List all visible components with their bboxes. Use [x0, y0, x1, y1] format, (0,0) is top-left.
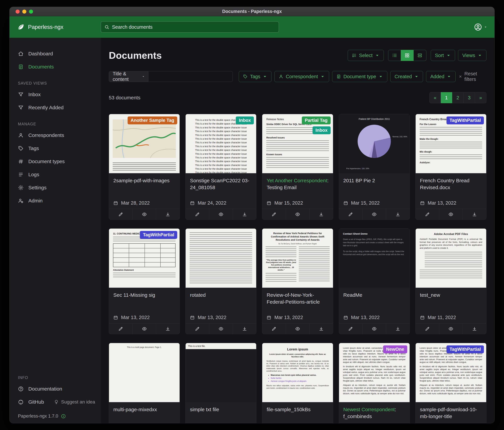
edit-button[interactable]: [416, 209, 439, 220]
edit-button[interactable]: [186, 323, 209, 334]
document-title[interactable]: 2sample-pdf-with-images: [113, 177, 175, 184]
sidebar-item-correspondents[interactable]: Correspondents: [9, 129, 101, 142]
download-button[interactable]: [386, 323, 410, 334]
document-card[interactable]: 11. CONTINUING MEDICAL EDUCATION Attesta…: [109, 228, 180, 334]
brand[interactable]: Paperless-ngx: [17, 23, 101, 31]
pagination-page-1[interactable]: 1: [441, 92, 452, 103]
suggest-idea-link[interactable]: Suggest an idea: [54, 399, 101, 405]
document-thumbnail[interactable]: Lorem ipsum Lorem ipsum dolor sit amet, …: [262, 343, 333, 402]
sidebar-item-tags[interactable]: Tags: [9, 142, 101, 155]
document-title[interactable]: French Country Bread Revised.docx: [420, 177, 482, 191]
document-card[interactable]: Review of New York Federal Petitions for…: [262, 228, 333, 334]
reset-filters-button[interactable]: Reset filters: [459, 71, 486, 82]
view-button[interactable]: [209, 323, 233, 334]
sidebar-item-inbox[interactable]: Inbox: [9, 88, 101, 101]
document-card[interactable]: This is a test file. simple txt file: [185, 343, 256, 423]
document-thumbnail[interactable]: Another Sample Tag: [109, 114, 180, 173]
document-card[interactable]: Lorem ipsum Lorem ipsum dolor sit amet, …: [262, 343, 333, 423]
tag-badge[interactable]: TagWithPartial: [140, 231, 177, 239]
view-button[interactable]: [362, 209, 386, 220]
pagination-prev[interactable]: «: [429, 92, 441, 103]
download-button[interactable]: [233, 209, 256, 220]
view-button[interactable]: [439, 209, 463, 220]
document-card[interactable]: This is a test for the double space char…: [185, 114, 256, 220]
sidebar-item-github[interactable]: GitHub: [9, 395, 48, 409]
tag-badge[interactable]: Another Sample Tag: [128, 116, 177, 124]
document-card[interactable]: Lorem ipsum dolor sit amet, consectetur …: [339, 343, 410, 423]
sort-button[interactable]: Sort: [431, 50, 455, 61]
view-grid-button[interactable]: [401, 50, 414, 61]
document-thumbnail[interactable]: Adobe Acrobat PDF Files Adobe® Portable …: [416, 229, 486, 288]
view-button[interactable]: [133, 209, 156, 220]
download-button[interactable]: [463, 323, 486, 334]
search-input[interactable]: [112, 24, 275, 30]
edit-button[interactable]: [186, 209, 209, 220]
tag-badge[interactable]: TagWithPartial: [447, 346, 484, 353]
zoom-window-button[interactable]: [29, 9, 33, 14]
view-button[interactable]: [439, 323, 463, 334]
pagination-next[interactable]: »: [475, 92, 486, 103]
document-thumbnail[interactable]: 11. CONTINUING MEDICAL EDUCATION Attesta…: [109, 229, 180, 288]
sidebar-item-admin[interactable]: Admin: [9, 194, 101, 207]
document-thumbnail[interactable]: Review of New York Federal Petitions for…: [262, 229, 333, 288]
document-title[interactable]: Sec 11-Missing sig: [113, 292, 175, 299]
document-title[interactable]: test_new: [420, 292, 482, 299]
view-button[interactable]: [362, 323, 386, 334]
edit-button[interactable]: [109, 323, 133, 334]
edit-button[interactable]: [339, 209, 362, 220]
download-button[interactable]: [156, 209, 180, 220]
document-title[interactable]: 2011 BP Pie 2: [343, 177, 405, 184]
view-button[interactable]: [286, 209, 309, 220]
download-button[interactable]: [309, 209, 333, 220]
document-thumbnail[interactable]: This is a test for the double space char…: [186, 114, 256, 173]
edit-button[interactable]: [262, 209, 286, 220]
document-card[interactable]: Release Notes Simba ODBC Driver for SQL …: [262, 114, 333, 220]
view-cards-button[interactable]: [414, 50, 426, 61]
select-button[interactable]: Select: [348, 50, 384, 61]
document-correspondent[interactable]: Newest Correspondent: [343, 407, 395, 412]
download-button[interactable]: [463, 209, 486, 220]
document-title[interactable]: ReadMe: [343, 292, 405, 299]
document-thumbnail[interactable]: Release Notes Simba ODBC Driver for SQL …: [262, 114, 333, 173]
document-title[interactable]: simple txt file: [190, 406, 252, 413]
view-button[interactable]: [209, 209, 233, 220]
added-filter-button[interactable]: Added: [426, 71, 456, 82]
info-circle-icon[interactable]: [61, 414, 66, 419]
document-title[interactable]: rotated: [190, 292, 252, 299]
document-card[interactable]: This is a multi page document. Page 1. m…: [109, 343, 180, 423]
sidebar-item-document-types[interactable]: Document types: [9, 155, 101, 168]
created-filter-button[interactable]: Created: [390, 71, 423, 82]
sidebar-item-settings[interactable]: Settings: [9, 181, 101, 194]
pagination-page-2[interactable]: 2: [452, 92, 464, 103]
document-title[interactable]: Sonstige ScanPC2022 03-24_081058: [190, 177, 252, 191]
document-title[interactable]: file-sample_150kBs: [267, 406, 328, 413]
document-type-filter-button[interactable]: Document type: [332, 71, 387, 82]
edit-button[interactable]: [109, 209, 133, 220]
edit-button[interactable]: [262, 323, 286, 334]
document-card[interactable]: Lorem ipsum dolor sit amet, consectetur …: [415, 343, 486, 423]
sidebar-item-recently-added[interactable]: Recently Added: [9, 101, 101, 114]
user-menu[interactable]: [474, 23, 487, 31]
close-window-button[interactable]: [16, 9, 20, 14]
tag-badge[interactable]: Inbox: [313, 126, 331, 134]
download-button[interactable]: [156, 323, 180, 334]
document-thumbnail[interactable]: Patient BP Distribution 2011 Normal, 232…: [339, 114, 410, 173]
view-button[interactable]: [133, 323, 156, 334]
edit-button[interactable]: [416, 323, 439, 334]
minimize-window-button[interactable]: [22, 9, 26, 14]
view-list-button[interactable]: [388, 50, 401, 61]
sidebar-item-documents[interactable]: Documents: [9, 60, 101, 73]
tag-badge[interactable]: NewOne: [383, 346, 407, 353]
document-thumbnail[interactable]: Contact Sheet Demo Given a set of image …: [339, 229, 410, 288]
tag-badge[interactable]: TagWithPartial: [447, 116, 484, 124]
download-button[interactable]: [309, 323, 333, 334]
document-card[interactable]: Another Sample Tag 2sample-pdf-with-imag…: [109, 114, 180, 220]
download-button[interactable]: [233, 323, 256, 334]
document-thumbnail[interactable]: This is a test file.: [186, 343, 256, 402]
document-card[interactable]: Patient BP Distribution 2011 Normal, 232…: [339, 114, 410, 220]
document-title[interactable]: Newest Correspondent: f_combineds: [343, 406, 405, 420]
document-thumbnail[interactable]: Lorem ipsum dolor sit amet, consectetur …: [416, 343, 486, 402]
document-card[interactable]: rotated Mar 13, 2022: [185, 228, 256, 334]
views-button[interactable]: Views: [458, 50, 486, 61]
document-title[interactable]: Review-of-New-York-Federal-Petitions-art…: [267, 292, 328, 305]
